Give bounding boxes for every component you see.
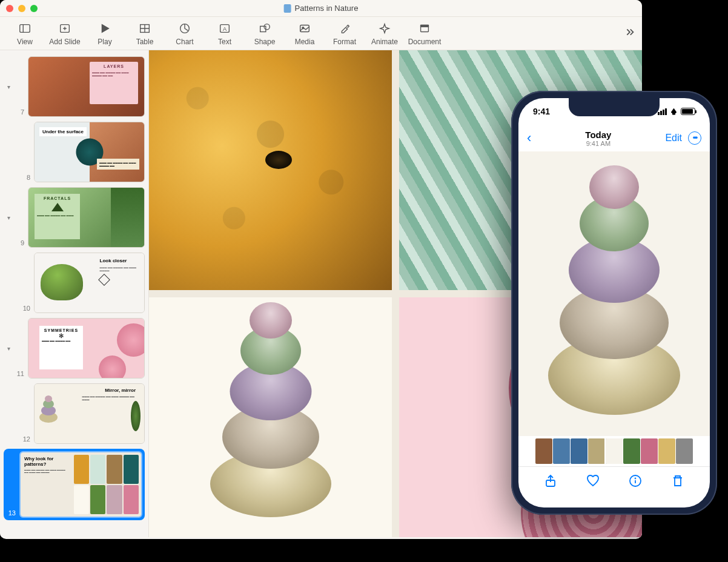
filmstrip-thumb[interactable] bbox=[641, 438, 658, 464]
status-time: 9:41 bbox=[533, 107, 550, 116]
slide-title-label: Mirror, mirror bbox=[82, 388, 141, 393]
toolbar-label: Table bbox=[136, 38, 154, 46]
iphone-notch bbox=[569, 98, 660, 116]
toolbar-label: View bbox=[17, 38, 33, 46]
slide-number: 7 bbox=[15, 108, 24, 117]
add-slide-icon bbox=[58, 22, 71, 35]
filmstrip-thumb[interactable] bbox=[658, 438, 675, 464]
edit-button[interactable]: Edit bbox=[665, 133, 682, 144]
document-button[interactable]: Document bbox=[405, 22, 445, 46]
document-title: Patterns in Nature bbox=[284, 4, 359, 13]
slide-number: 10 bbox=[21, 305, 30, 313]
toolbar: View Add Slide Play Table Chart A Text S… bbox=[0, 17, 642, 50]
close-window-button[interactable] bbox=[6, 5, 13, 12]
format-button[interactable]: Format bbox=[325, 22, 365, 46]
delete-button[interactable] bbox=[670, 474, 685, 491]
chart-icon bbox=[178, 22, 191, 35]
window-controls bbox=[6, 5, 38, 12]
svg-point-13 bbox=[264, 24, 270, 30]
disclosure-triangle-icon[interactable]: ▾ bbox=[4, 84, 13, 90]
slide-thumbnail-8[interactable]: 8 Under the surface ▬▬▬ ▬▬ ▬▬▬▬ ▬▬ ▬▬▬ ▬… bbox=[4, 122, 145, 182]
filmstrip-thumb[interactable] bbox=[535, 438, 552, 464]
photo-time-subtitle: 9:41 AM bbox=[585, 140, 611, 147]
slide-title-label: LAYERS bbox=[92, 64, 136, 68]
filmstrip-thumb[interactable] bbox=[553, 438, 570, 464]
svg-marker-5 bbox=[102, 25, 108, 33]
filmstrip-thumb[interactable] bbox=[623, 438, 640, 464]
filmstrip-thumb-selected[interactable] bbox=[606, 438, 623, 464]
media-icon bbox=[298, 22, 311, 35]
titlebar: Patterns in Nature bbox=[0, 0, 642, 17]
toolbar-label: Animate bbox=[371, 38, 398, 46]
toolbar-label: Format bbox=[333, 38, 356, 46]
format-icon bbox=[338, 22, 351, 35]
slide-thumbnail-10[interactable]: 10 Look closer▬▬▬ ▬▬ ▬▬▬▬ ▬▬ ▬▬▬ ▬▬▬▬ bbox=[4, 253, 145, 313]
slide-thumbnail-9[interactable]: ▾ 9 FRACTALS▬▬▬ ▬▬ ▬▬▬▬ ▬▬ ▬▬▬ bbox=[4, 187, 145, 248]
document-title-text: Patterns in Nature bbox=[295, 4, 359, 13]
shape-button[interactable]: Shape bbox=[245, 22, 285, 46]
toolbar-label: Chart bbox=[176, 38, 193, 46]
slide-thumbnail-12[interactable]: 12 Mirror, mirror▬▬▬ ▬▬ ▬▬▬▬ ▬▬ ▬▬▬ ▬▬▬▬… bbox=[4, 383, 145, 444]
add-slide-button[interactable]: Add Slide bbox=[45, 22, 85, 46]
disclosure-triangle-icon[interactable]: ▾ bbox=[4, 214, 13, 221]
slide-title-label: Under the surface bbox=[39, 127, 87, 136]
photo-date-title: Today bbox=[585, 130, 611, 140]
document-icon bbox=[418, 22, 431, 35]
shape-icon bbox=[258, 22, 271, 35]
svg-rect-17 bbox=[421, 25, 429, 27]
text-icon: A bbox=[218, 22, 231, 35]
zoom-window-button[interactable] bbox=[30, 5, 38, 12]
table-icon bbox=[138, 22, 151, 35]
svg-point-21 bbox=[635, 478, 636, 478]
slide-number: 12 bbox=[21, 435, 30, 444]
slide-thumbnail-7[interactable]: ▾ 7 LAYERS▬▬▬ ▬▬ ▬▬▬▬ ▬▬ ▬▬▬ ▬▬▬▬ ▬▬ ▬▬ bbox=[4, 56, 145, 117]
keynote-file-icon bbox=[284, 4, 291, 13]
animate-icon bbox=[378, 22, 391, 35]
filmstrip-thumb[interactable] bbox=[571, 438, 587, 464]
toolbar-label: Add Slide bbox=[49, 38, 80, 46]
photo-viewer[interactable] bbox=[518, 151, 710, 436]
slide-number: 9 bbox=[15, 239, 24, 248]
toolbar-label: Shape bbox=[254, 38, 276, 46]
slide-navigator[interactable]: ▾ 7 LAYERS▬▬▬ ▬▬ ▬▬▬▬ ▬▬ ▬▬▬ ▬▬▬▬ ▬▬ ▬▬ … bbox=[0, 50, 149, 537]
back-button[interactable]: ‹ bbox=[527, 130, 531, 146]
filmstrip-thumb[interactable] bbox=[676, 438, 693, 464]
photos-nav-bar: ‹ Today 9:41 AM Edit ••• bbox=[518, 125, 710, 151]
minimize-window-button[interactable] bbox=[18, 5, 25, 12]
photo-filmstrip[interactable] bbox=[518, 436, 710, 466]
toolbar-overflow-button[interactable] bbox=[623, 25, 636, 41]
media-button[interactable]: Media bbox=[285, 22, 325, 46]
slide-number: 8 bbox=[21, 174, 30, 182]
slide-thumbnail-11[interactable]: ▾ 11 SYMMETRIES✻▬▬▬ ▬▬ ▬▬▬▬ ▬▬ bbox=[4, 318, 145, 379]
table-button[interactable]: Table bbox=[125, 22, 165, 46]
animate-button[interactable]: Animate bbox=[365, 22, 405, 46]
slide-title-label: Why look for patterns? bbox=[24, 456, 68, 467]
info-button[interactable] bbox=[628, 474, 643, 491]
toolbar-label: Play bbox=[98, 38, 111, 46]
view-icon bbox=[18, 22, 31, 35]
slide-image-honeycomb[interactable] bbox=[149, 50, 392, 290]
view-button[interactable]: View bbox=[5, 22, 45, 46]
svg-rect-0 bbox=[20, 25, 30, 33]
cellular-signal-icon bbox=[658, 108, 667, 115]
slide-thumbnail-13[interactable]: 13 Why look for patterns?▬▬▬ ▬▬ ▬▬▬▬ ▬▬ … bbox=[4, 449, 145, 520]
photos-toolbar bbox=[518, 466, 710, 507]
battery-icon bbox=[681, 108, 695, 115]
more-options-button[interactable]: ••• bbox=[688, 131, 701, 145]
toolbar-label: Text bbox=[218, 38, 231, 46]
slide-title-label: SYMMETRIES bbox=[42, 328, 81, 332]
iphone-device: 9:41 ‹ Today 9:41 AM Edit ••• bbox=[511, 91, 717, 515]
chart-button[interactable]: Chart bbox=[165, 22, 205, 46]
slide-title-label: FRACTALS bbox=[37, 196, 78, 200]
favorite-button[interactable] bbox=[586, 474, 600, 491]
disclosure-triangle-icon[interactable]: ▾ bbox=[4, 345, 13, 352]
iphone-screen: 9:41 ‹ Today 9:41 AM Edit ••• bbox=[518, 98, 710, 507]
share-button[interactable] bbox=[543, 474, 558, 491]
play-button[interactable]: Play bbox=[85, 22, 125, 46]
slide-number: 13 bbox=[6, 509, 16, 518]
wifi-icon bbox=[669, 108, 678, 115]
play-icon bbox=[98, 22, 111, 35]
filmstrip-thumb[interactable] bbox=[588, 438, 605, 464]
slide-image-urchins[interactable] bbox=[149, 297, 392, 537]
text-button[interactable]: A Text bbox=[205, 22, 245, 46]
